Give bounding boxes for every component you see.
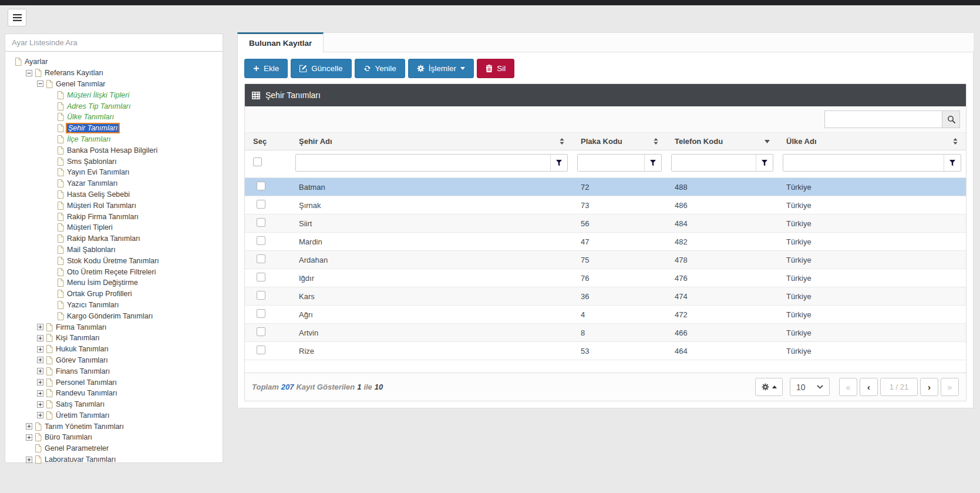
row-checkbox[interactable] <box>257 200 265 209</box>
tree-item[interactable]: Satış Tanımları <box>9 399 220 410</box>
row-checkbox[interactable] <box>257 309 265 318</box>
tree-item[interactable]: Müşteri Rol Tanımları <box>9 200 220 211</box>
filter-button[interactable] <box>550 155 567 171</box>
column-header-3[interactable]: Telefon Kodu <box>666 133 778 150</box>
row-checkbox[interactable] <box>257 218 265 227</box>
tree-item[interactable]: Laboratuvar Tanımları <box>9 454 220 465</box>
filter-button[interactable] <box>944 155 961 171</box>
tree-plus-expander-icon[interactable] <box>37 412 43 418</box>
column-header-1[interactable]: Şehir Adı <box>291 133 572 150</box>
tree-item[interactable]: Görev Tanımları <box>9 355 220 366</box>
tree-plus-expander-icon[interactable] <box>37 368 43 374</box>
tree-item[interactable]: Stok Kodu Üretme Tanımları <box>9 255 220 266</box>
table-row[interactable]: Mardin47482Türkiye <box>245 233 966 251</box>
tree-item[interactable]: Firma Tanımları <box>9 321 220 333</box>
tree-item[interactable]: Yazıcı Tanımları <box>9 300 220 311</box>
tree-minus-expander-icon[interactable] <box>37 81 43 87</box>
table-row[interactable]: Ardahan75478Türkiye <box>245 251 966 269</box>
tree-plus-expander-icon[interactable] <box>37 335 43 341</box>
row-checkbox[interactable] <box>257 254 265 263</box>
table-row[interactable]: Batman72488Türkiye <box>245 178 966 196</box>
tree-item[interactable]: Mail Şablonları <box>9 244 220 256</box>
tree-item[interactable]: İlçe Tanımları <box>9 134 220 145</box>
table-row[interactable]: Iğdır76476Türkiye <box>245 269 966 287</box>
grid-settings-button[interactable] <box>755 378 783 396</box>
tree-item[interactable]: Hasta Geliş Sebebi <box>9 189 220 200</box>
filter-input-1[interactable] <box>296 155 550 171</box>
tree-item[interactable]: Kargo Gönderim Tanımları <box>9 310 220 321</box>
tree-item[interactable]: Büro Tanımları <box>9 432 220 443</box>
tree-item[interactable]: Ayarlar <box>9 56 220 68</box>
next-page-button[interactable]: › <box>920 378 938 396</box>
tree-plus-expander-icon[interactable] <box>37 401 43 408</box>
tree-item[interactable]: Hukuk Tanımları <box>9 344 220 355</box>
add-button[interactable]: Ekle <box>244 59 288 78</box>
tree-item[interactable]: Referans Kayıtları <box>9 68 220 79</box>
tree-plus-expander-icon[interactable] <box>37 324 43 330</box>
sort-both-icon[interactable] <box>560 138 564 145</box>
tree-item[interactable]: Rakip Marka Tanımları <box>9 233 220 244</box>
delete-button[interactable]: Sil <box>477 59 514 78</box>
tree-item[interactable]: Kişi Tanımları <box>9 333 220 344</box>
last-page-button[interactable]: » <box>941 378 959 396</box>
table-row[interactable]: Kars36474Türkiye <box>245 287 966 306</box>
filter-button[interactable] <box>756 155 773 171</box>
tree-item[interactable]: Randevu Tanımları <box>9 388 220 399</box>
tree-item[interactable]: Yayın Evi Tanımları <box>9 167 220 178</box>
row-checkbox[interactable] <box>257 236 265 245</box>
sort-both-icon[interactable] <box>953 138 958 145</box>
tree-item[interactable]: Banka Posta Hesap Bilgileri <box>9 145 220 156</box>
tree-item[interactable]: Finans Tanımları <box>9 365 220 377</box>
settings-search-input[interactable] <box>5 34 223 52</box>
tree-plus-expander-icon[interactable] <box>37 346 43 353</box>
tree-item[interactable]: Sms Şablonları <box>9 156 220 167</box>
table-row[interactable]: Siirt56484Türkiye <box>245 214 966 233</box>
tree-minus-expander-icon[interactable] <box>26 70 32 76</box>
table-row[interactable]: Ağrı4472Türkiye <box>245 306 966 324</box>
filter-input-4[interactable] <box>783 155 944 171</box>
tree-item[interactable]: Genel Tanımlar <box>9 79 220 90</box>
select-all-checkbox[interactable] <box>253 157 262 166</box>
tree-item[interactable]: Tarım Yönetim Tanımları <box>9 421 220 432</box>
filter-input-3[interactable] <box>672 155 756 171</box>
sort-down-icon[interactable] <box>765 140 770 143</box>
tree-item[interactable]: Adres Tip Tanımları <box>9 100 220 112</box>
column-header-4[interactable]: Ülke Adı <box>778 133 966 150</box>
update-button[interactable]: Güncelle <box>291 59 351 78</box>
tree-item[interactable]: Şehir Tanımları <box>9 123 220 134</box>
row-checkbox[interactable] <box>257 346 265 354</box>
tree-item[interactable]: Rakip Firma Tanımları <box>9 211 220 222</box>
table-row[interactable]: Rize53464Türkiye <box>245 342 966 360</box>
tree-plus-expander-icon[interactable] <box>26 423 32 430</box>
column-header-2[interactable]: Plaka Kodu <box>572 133 666 150</box>
tree-item[interactable]: Üretim Tanımları <box>9 410 220 421</box>
tree-item[interactable]: Müşteri Tipleri <box>9 222 220 233</box>
tree-plus-expander-icon[interactable] <box>26 434 32 441</box>
menu-toggle-button[interactable] <box>8 9 26 26</box>
search-button[interactable] <box>942 110 960 128</box>
tree-plus-expander-icon[interactable] <box>26 457 32 463</box>
tree-plus-expander-icon[interactable] <box>37 357 43 363</box>
filter-button[interactable] <box>644 155 661 171</box>
tree-item[interactable]: Personel Tanımları <box>9 377 220 388</box>
tree-item[interactable]: Ortak Grup Profilleri <box>9 289 220 300</box>
grid-search-input[interactable] <box>824 110 942 128</box>
row-checkbox[interactable] <box>257 182 265 190</box>
row-checkbox[interactable] <box>257 273 265 281</box>
tree-item[interactable]: Genel Parametreler <box>9 443 220 454</box>
filter-input-2[interactable] <box>578 155 644 171</box>
row-checkbox[interactable] <box>257 291 265 300</box>
tree-item[interactable]: Ülke Tanımları <box>9 112 220 123</box>
tree-item[interactable]: Menu İsim Değiştirme <box>9 277 220 289</box>
tab-found-records[interactable]: Bulunan Kayıtlar <box>237 32 324 52</box>
actions-button[interactable]: İşlemler <box>408 59 474 78</box>
tree-plus-expander-icon[interactable] <box>37 390 43 397</box>
tree-item[interactable]: Oto Üretim Reçete Filtreleri <box>9 266 220 277</box>
tree-plus-expander-icon[interactable] <box>37 379 43 385</box>
page-size-select[interactable]: 10 <box>790 378 830 396</box>
tree-item[interactable]: Yazar Tanımları <box>9 178 220 189</box>
table-row[interactable]: Artvin8466Türkiye <box>245 324 966 342</box>
refresh-button[interactable]: Yenile <box>355 59 405 78</box>
row-checkbox[interactable] <box>257 327 265 336</box>
tree-item[interactable]: Müşteri İlişki Tipleri <box>9 89 220 100</box>
